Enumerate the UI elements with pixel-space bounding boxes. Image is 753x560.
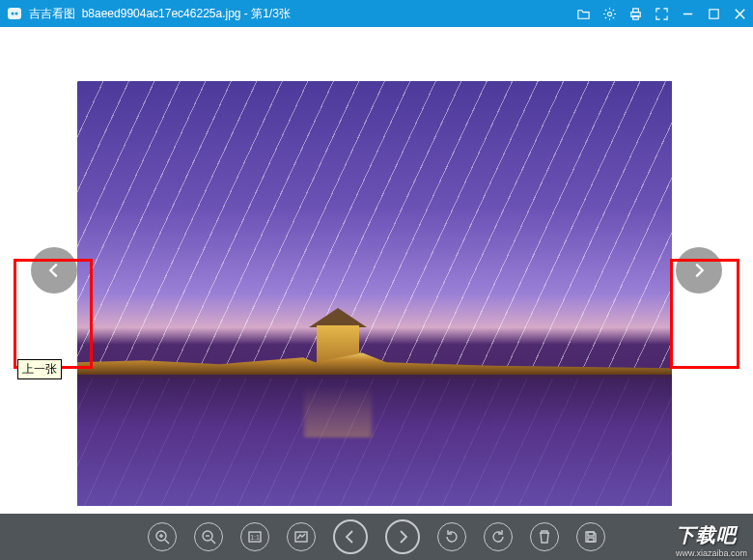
svg-line-12 (165, 540, 169, 544)
fullscreen-icon[interactable] (655, 7, 669, 21)
position-indicator: 第1/3张 (251, 6, 291, 22)
toolbar-next-button[interactable] (385, 519, 420, 554)
save-button[interactable] (576, 522, 605, 551)
rotate-left-button[interactable] (437, 522, 466, 551)
rotate-right-button[interactable] (484, 522, 513, 551)
app-name: 吉吉看图 (29, 6, 75, 22)
open-folder-icon[interactable] (576, 7, 591, 21)
prev-tooltip: 上一张 (17, 359, 62, 379)
annotation-box-left (14, 259, 93, 369)
actual-size-button[interactable] (287, 522, 316, 551)
print-icon[interactable] (628, 7, 643, 21)
svg-point-1 (12, 13, 14, 15)
svg-rect-8 (710, 9, 718, 17)
svg-text:1:1: 1:1 (250, 534, 260, 541)
fit-screen-button[interactable]: 1:1 (240, 522, 269, 551)
zoom-out-button[interactable] (194, 522, 223, 551)
svg-rect-21 (588, 532, 594, 536)
gear-icon[interactable] (602, 7, 617, 21)
toolbar-prev-button[interactable] (333, 519, 368, 554)
maximize-icon[interactable] (707, 7, 721, 21)
svg-point-2 (15, 13, 18, 15)
close-icon[interactable] (733, 7, 747, 21)
displayed-image[interactable] (77, 81, 672, 506)
minimize-icon[interactable] (681, 7, 695, 21)
image-viewer: 上一张 (0, 27, 753, 514)
svg-rect-20 (295, 532, 307, 542)
zoom-in-button[interactable] (148, 522, 177, 551)
svg-rect-0 (8, 8, 21, 19)
watermark-brand: 下载吧 (676, 524, 737, 546)
annotation-box-right (670, 259, 739, 369)
svg-point-3 (607, 12, 611, 15)
file-name: b8aeed9904ac17ec46225a.jpg (82, 7, 241, 20)
svg-line-16 (211, 540, 215, 544)
app-logo-icon (6, 5, 23, 22)
title-bar: 吉吉看图 b8aeed9904ac17ec46225a.jpg - 第1/3张 (0, 0, 753, 27)
watermark: 下载吧 www.xiazaiba.com (676, 522, 747, 558)
watermark-url: www.xiazaiba.com (676, 548, 747, 558)
delete-button[interactable] (530, 522, 559, 551)
svg-rect-22 (588, 538, 594, 542)
svg-rect-5 (633, 8, 639, 12)
bottom-toolbar: 1:1 (0, 514, 753, 560)
